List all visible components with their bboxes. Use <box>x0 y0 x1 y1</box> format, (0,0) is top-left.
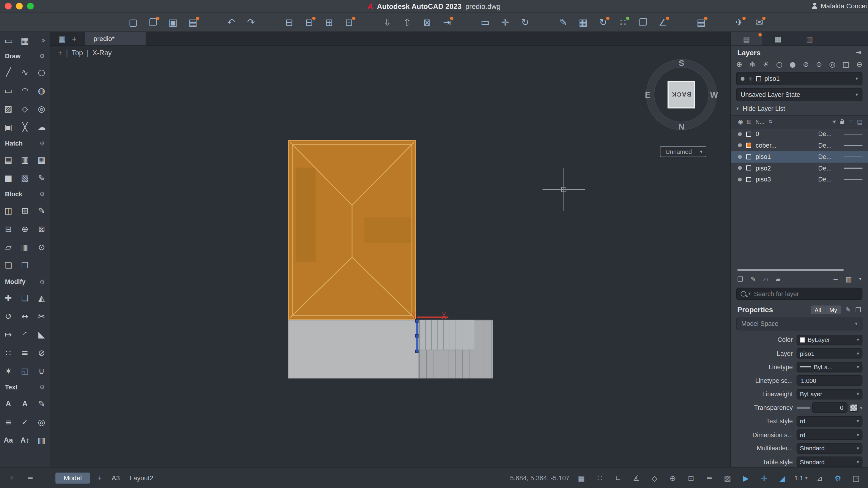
array-icon[interactable]: ∷ <box>0 344 17 362</box>
tab-library[interactable]: ▥ <box>794 32 825 45</box>
attach-reference-icon[interactable]: ⊕ <box>17 220 33 238</box>
find-replace-icon[interactable]: ◎ <box>33 413 50 431</box>
base-point-icon[interactable]: ⊙ <box>33 238 50 256</box>
new-layout-button[interactable]: + <box>96 474 104 482</box>
orbit-icon[interactable]: ↻ <box>518 15 532 29</box>
pan-hand-icon[interactable]: ✛ <box>498 15 512 29</box>
arc-icon[interactable]: ◠ <box>17 82 33 99</box>
gradient-icon[interactable]: ▥ <box>17 151 33 169</box>
rotate-icon[interactable]: ↺ <box>0 307 17 325</box>
gear-icon[interactable]: ⚙ <box>39 52 44 59</box>
palette-more-icon[interactable]: » <box>41 36 45 44</box>
filter-my-button[interactable]: My <box>825 305 841 314</box>
compass-south[interactable]: S <box>679 58 684 68</box>
group-icon[interactable]: ❏ <box>0 256 17 274</box>
selection-window-icon[interactable]: ▭ <box>478 15 492 29</box>
multiline-text-icon[interactable]: A <box>0 394 17 413</box>
undo-icon[interactable]: ↶ <box>224 15 238 29</box>
erase-icon[interactable]: ⊘ <box>33 344 50 362</box>
multileader-style-dropdown[interactable]: Standard ▾ <box>797 443 863 453</box>
edit-text-icon[interactable]: ✎ <box>33 394 50 413</box>
zoom-window-button[interactable] <box>27 3 34 9</box>
hatch-icon[interactable]: ▤ <box>0 151 17 169</box>
layer-color-swatch[interactable] <box>746 143 751 148</box>
new-drawing-tab-icon[interactable]: + <box>68 33 80 45</box>
circle-icon[interactable]: ○ <box>33 63 50 81</box>
save-as-icon[interactable]: ▤ <box>186 15 200 29</box>
hide-layer-list-toggle[interactable]: ▾ Hide Layer List <box>736 105 863 112</box>
layer-thaw-icon[interactable]: ☀ <box>763 60 769 69</box>
layer-off-icon[interactable]: ○ <box>776 60 782 69</box>
ungroup-icon[interactable]: ❐ <box>17 256 33 274</box>
layer-color-swatch[interactable] <box>746 154 751 159</box>
new-group-filter-icon[interactable]: ▱ <box>764 275 769 283</box>
view-name-dropdown[interactable]: Unnamed ▾ <box>660 146 706 157</box>
plot-preview-icon[interactable]: ⊞ <box>322 15 336 29</box>
sort-icon[interactable]: ⇅ <box>769 119 773 125</box>
tab-sheets[interactable]: ▦ <box>762 32 794 45</box>
hatch-pattern-icon[interactable]: ▧ <box>17 169 33 187</box>
export-pdf-icon[interactable]: ▥ <box>33 431 50 449</box>
layer-row-selected[interactable]: piso1 De... <box>731 151 868 162</box>
measure-icon[interactable]: ∠ <box>656 15 670 29</box>
donut-icon[interactable]: ◎ <box>33 99 50 118</box>
offset-icon[interactable]: ≡ <box>17 344 33 362</box>
minimize-window-button[interactable] <box>16 3 23 9</box>
horizontal-scrollbar[interactable] <box>737 268 844 270</box>
grip-handle[interactable] <box>415 334 418 337</box>
layer-color-swatch[interactable] <box>746 177 751 182</box>
export-icon[interactable]: ⇧ <box>400 15 414 29</box>
menu-icon[interactable]: ≡ <box>24 471 36 484</box>
transparency-slider[interactable] <box>797 406 810 409</box>
manage-attributes-icon[interactable]: ▥ <box>17 238 33 256</box>
solid-fill-icon[interactable]: ■ <box>0 169 17 187</box>
layer-states-edit-icon[interactable]: ✎ <box>751 275 756 283</box>
navigation-compass[interactable]: S W E N BACK <box>644 57 719 132</box>
layer-on-icon[interactable]: ● <box>789 60 796 69</box>
create-block-icon[interactable]: ⊞ <box>17 201 33 220</box>
chamfer-icon[interactable]: ◣ <box>33 325 50 344</box>
layer-state-dropdown[interactable]: Unsaved Layer State ▾ <box>736 88 863 101</box>
ellipse-icon[interactable]: ◍ <box>33 82 50 99</box>
write-block-icon[interactable]: ⊟ <box>0 220 17 238</box>
roof-plan-entity[interactable] <box>288 140 416 320</box>
gear-icon[interactable]: ⚙ <box>39 278 44 285</box>
columns-icon[interactable]: ▤ <box>857 119 862 125</box>
mirror-icon[interactable]: ◭ <box>33 289 50 307</box>
new-property-filter-icon[interactable]: ▰ <box>776 275 781 283</box>
fillet-icon[interactable]: ◜ <box>17 325 33 344</box>
annotation-scale-dropdown[interactable]: 1:1 ▾ <box>794 474 808 482</box>
view-control[interactable]: Top <box>72 49 83 57</box>
page-setup-icon[interactable]: ⊡ <box>342 15 356 29</box>
grip-handle[interactable] <box>415 350 418 353</box>
boundary-icon[interactable]: ▦ <box>33 151 50 169</box>
copy-icon[interactable]: ❏ <box>17 289 33 307</box>
tab-model[interactable]: Model <box>55 472 90 483</box>
point-style-icon[interactable]: ∷ <box>616 15 630 29</box>
explode-icon[interactable]: ✶ <box>0 362 17 380</box>
edit-block-icon[interactable]: ✎ <box>33 201 50 220</box>
space-dropdown[interactable]: Model Space ▾ <box>736 317 863 330</box>
linetype-dropdown[interactable]: ByLa... ▾ <box>797 361 863 372</box>
polygon-icon[interactable]: ◇ <box>17 99 33 118</box>
batch-plot-icon[interactable]: ⊟ <box>302 15 316 29</box>
tab-layout-a3[interactable]: A3 <box>110 474 122 482</box>
layer-row[interactable]: cober... De... <box>731 140 868 151</box>
new-file-icon[interactable]: ▢ <box>126 15 140 29</box>
swatch-column-icon[interactable]: ▨ <box>747 119 751 125</box>
join-icon[interactable]: ∪ <box>33 362 50 380</box>
clean-screen-toggle[interactable]: ◳ <box>850 471 863 484</box>
user-account-chip[interactable]: Mafalda Concei <box>811 2 867 10</box>
3d-object-snap-toggle[interactable]: ✛ <box>758 471 771 484</box>
edit-hatch-icon[interactable]: ✎ <box>33 169 50 187</box>
new-layer-icon[interactable]: ⊕ <box>736 60 742 69</box>
polar-tracking-toggle[interactable]: ∡ <box>630 471 643 484</box>
graphics-settings-icon[interactable]: ⚙ <box>832 471 844 484</box>
grid-display-toggle[interactable]: ▦ <box>575 471 588 484</box>
layer-row[interactable]: 0 De... <box>731 128 868 140</box>
spell-check-icon[interactable]: ✓ <box>17 413 33 431</box>
lineweight-display-toggle[interactable]: ≡ <box>703 471 716 484</box>
gear-icon[interactable]: ⚙ <box>39 191 44 198</box>
print-icon[interactable]: ⊟ <box>282 15 296 29</box>
linetype-scale-field[interactable] <box>797 375 863 386</box>
